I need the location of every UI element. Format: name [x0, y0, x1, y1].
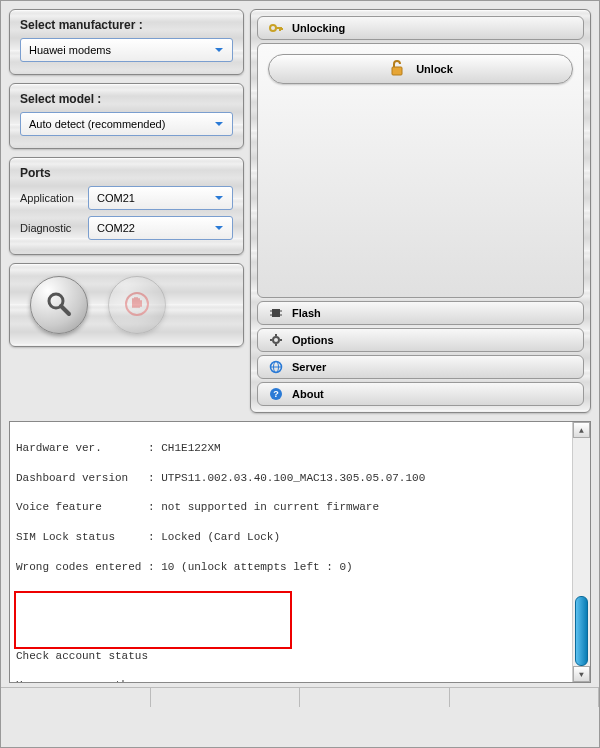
diagnostic-port-value: COM22 — [97, 222, 210, 234]
manufacturer-label: Select manufacturer : — [20, 18, 233, 32]
stop-hand-icon — [123, 290, 151, 320]
log-line: SIM Lock status : Locked (Card Lock) — [16, 530, 566, 545]
application-port-dropdown[interactable]: COM21 — [88, 186, 233, 210]
diagnostic-port-dropdown[interactable]: COM22 — [88, 216, 233, 240]
model-label: Select model : — [20, 92, 233, 106]
status-cell — [300, 688, 450, 707]
magnifier-icon — [44, 289, 74, 321]
top-area: Select manufacturer : Huawei modems Sele… — [1, 1, 599, 421]
scroll-up-icon[interactable]: ▲ — [573, 422, 590, 438]
log-line — [16, 589, 566, 604]
chevron-down-icon — [210, 189, 228, 207]
vertical-scrollbar[interactable]: ▲ ▼ — [572, 422, 590, 682]
ports-group: Ports Application COM21 Diagnostic COM22 — [9, 157, 244, 255]
status-cell — [151, 688, 301, 707]
globe-icon — [268, 359, 284, 375]
log-output: Hardware ver. : CH1E122XM Dashboard vers… — [9, 421, 591, 683]
unlock-icon — [388, 59, 406, 79]
unlock-button[interactable]: Unlock — [268, 54, 573, 84]
search-button[interactable] — [30, 276, 88, 334]
status-cell — [1, 688, 151, 707]
diagnostic-port-label: Diagnostic — [20, 222, 88, 234]
log-line — [16, 619, 566, 634]
scrollbar-track[interactable] — [573, 438, 590, 666]
manufacturer-value: Huawei modems — [29, 44, 210, 56]
chevron-down-icon — [210, 115, 228, 133]
scrollbar-thumb[interactable] — [575, 596, 588, 666]
manufacturer-dropdown[interactable]: Huawei modems — [20, 38, 233, 62]
app-window: Select manufacturer : Huawei modems Sele… — [0, 0, 600, 748]
log-line: Check account status — [16, 649, 566, 664]
key-icon — [268, 20, 284, 36]
chip-icon — [268, 305, 284, 321]
right-column: Unlocking Unlock Flash — [250, 9, 591, 413]
unlocking-panel: Unlock — [257, 43, 584, 298]
application-port-value: COM21 — [97, 192, 210, 204]
unlocking-section-header[interactable]: Unlocking — [257, 16, 584, 40]
model-group: Select model : Auto detect (recommended) — [9, 83, 244, 149]
help-icon: ? — [268, 386, 284, 402]
model-dropdown[interactable]: Auto detect (recommended) — [20, 112, 233, 136]
log-line: Dashboard version : UTPS11.002.03.40.100… — [16, 471, 566, 486]
options-section-header[interactable]: Options — [257, 328, 584, 352]
chevron-down-icon — [210, 219, 228, 237]
about-label: About — [292, 388, 324, 400]
svg-point-13 — [273, 337, 279, 343]
gear-icon — [268, 332, 284, 348]
unlocking-label: Unlocking — [292, 22, 345, 34]
manufacturer-group: Select manufacturer : Huawei modems — [9, 9, 244, 75]
svg-line-1 — [61, 306, 69, 314]
log-content[interactable]: Hardware ver. : CH1E122XM Dashboard vers… — [10, 422, 572, 682]
log-line: Voice feature : not supported in current… — [16, 500, 566, 515]
server-section-header[interactable]: Server — [257, 355, 584, 379]
ports-label: Ports — [20, 166, 233, 180]
log-line: Wrong codes entered : 10 (unlock attempt… — [16, 560, 566, 575]
server-label: Server — [292, 361, 326, 373]
action-buttons-panel — [9, 263, 244, 347]
log-line: User : the_username — [16, 678, 566, 682]
stop-button[interactable] — [108, 276, 166, 334]
options-label: Options — [292, 334, 334, 346]
model-value: Auto detect (recommended) — [29, 118, 210, 130]
status-cell — [450, 688, 600, 707]
diagnostic-port-row: Diagnostic COM22 — [20, 216, 233, 240]
unlock-button-label: Unlock — [416, 63, 453, 75]
left-column: Select manufacturer : Huawei modems Sele… — [9, 9, 244, 413]
flash-section-header[interactable]: Flash — [257, 301, 584, 325]
application-port-label: Application — [20, 192, 88, 204]
application-port-row: Application COM21 — [20, 186, 233, 210]
status-bar — [1, 687, 599, 707]
svg-rect-8 — [272, 309, 280, 317]
svg-point-3 — [270, 25, 276, 31]
flash-label: Flash — [292, 307, 321, 319]
about-section-header[interactable]: ? About — [257, 382, 584, 406]
chevron-down-icon — [210, 41, 228, 59]
svg-rect-7 — [392, 67, 402, 75]
scroll-down-icon[interactable]: ▼ — [573, 666, 590, 682]
log-line: Hardware ver. : CH1E122XM — [16, 441, 566, 456]
svg-text:?: ? — [273, 389, 279, 399]
